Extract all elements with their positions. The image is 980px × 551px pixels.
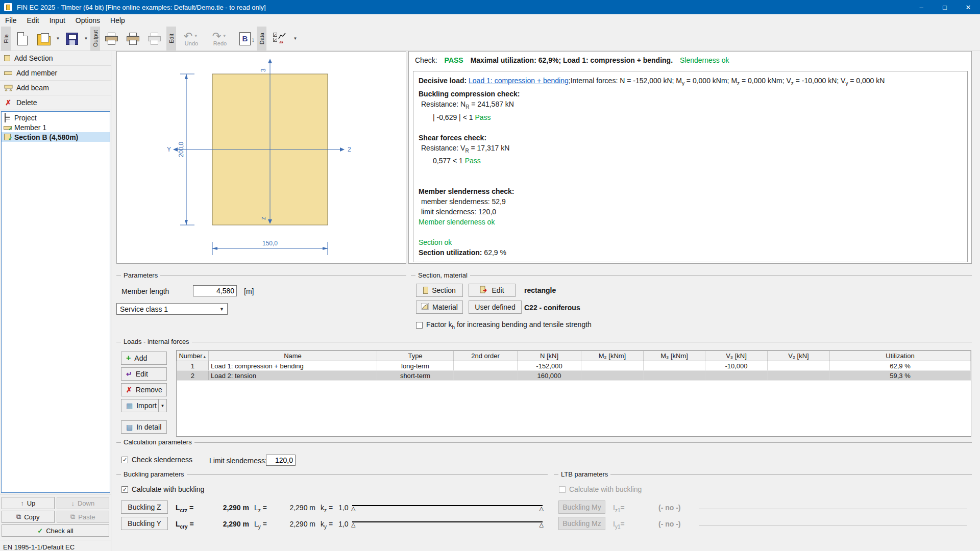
- menu-file[interactable]: File: [0, 14, 22, 27]
- menu-options[interactable]: Options: [70, 14, 105, 27]
- print-button[interactable]: [102, 28, 122, 49]
- check-all-button[interactable]: ✓Check all: [2, 524, 109, 537]
- loads-table-header-row: Number▲ Name Type 2nd order N [kN] M₂ [k…: [177, 351, 971, 361]
- col-header-name[interactable]: Name: [209, 351, 377, 361]
- section-shape-icon: [423, 287, 428, 294]
- toolbar-tab-output[interactable]: Output: [90, 27, 100, 51]
- load-row-2[interactable]: 2 Load 2: tension short-term 160,000 59,…: [177, 371, 971, 381]
- minimize-icon[interactable]: –: [910, 0, 933, 14]
- member-length-input[interactable]: [193, 285, 237, 296]
- import-loads-button[interactable]: ▦ Import: [121, 399, 159, 412]
- ltb-my-line: [699, 509, 967, 509]
- check-slenderness-row: ✓ Check slenderness: [121, 456, 192, 464]
- check-icon: ✓: [37, 527, 43, 535]
- print-document-button[interactable]: [123, 28, 143, 49]
- section-button[interactable]: Section: [416, 284, 463, 297]
- col-header-m2[interactable]: M₂ [kNm]: [581, 351, 644, 361]
- import-dropdown-caret-icon[interactable]: ▼: [158, 399, 167, 412]
- in-detail-button[interactable]: ▤ In detail: [121, 420, 167, 434]
- axis-left-label: Y: [167, 146, 171, 153]
- col-header-v2[interactable]: V₂ [kN]: [768, 351, 830, 361]
- save-button[interactable]: [62, 28, 82, 49]
- limit-slenderness-input[interactable]: [266, 455, 296, 466]
- member-length-unit: [m]: [244, 287, 254, 295]
- add-beam-button[interactable]: Add beam: [0, 81, 111, 95]
- loads-table-frame: Number▲ Name Type 2nd order N [kN] M₂ [k…: [176, 350, 971, 437]
- section-drawing-panel: 3 z Y 2 200,0 150,0: [116, 51, 406, 264]
- new-file-button[interactable]: [12, 28, 33, 49]
- axis-bottom-label: z: [260, 217, 267, 220]
- member-length-label: Member length: [121, 287, 169, 295]
- maximize-icon[interactable]: □: [933, 0, 957, 14]
- decisive-load-line: Decisive load: Load 1: compression + ben…: [419, 76, 962, 89]
- edit-section-button[interactable]: Edit: [469, 284, 516, 297]
- tree-item-member[interactable]: ✓ Member 1: [2, 122, 110, 132]
- col-header-n[interactable]: N [kN]: [518, 351, 581, 361]
- limit-slenderness-label: Limit slenderness:: [209, 457, 267, 465]
- service-class-select[interactable]: Service class 1 ▼: [116, 303, 228, 315]
- load-row-1[interactable]: 1 Load 1: compression + bending long-ter…: [177, 361, 971, 371]
- col-header-2nd-order[interactable]: 2nd order: [454, 351, 518, 361]
- sort-asc-icon: ▲: [203, 355, 207, 359]
- ltb-parameters-group: LTB parameters Calculate with buckling B…: [554, 474, 972, 540]
- copy-button[interactable]: ⧉Copy: [2, 511, 55, 523]
- check-summary-line: Check: PASS Maximal utilization: 62,9%; …: [409, 52, 971, 64]
- lz-value: 2,290 m: [277, 504, 315, 512]
- factor-kh-label: Factor kh for increasing bending and ten…: [426, 320, 592, 330]
- tree-item-project[interactable]: Project: [2, 113, 110, 122]
- loads-group-label: Loads - internal forces: [121, 338, 192, 345]
- save-dropdown-caret-icon[interactable]: ▼: [83, 27, 89, 51]
- down-arrow-icon: ↓: [71, 499, 75, 507]
- ltb-calculate-label: Calculate with buckling: [569, 485, 642, 493]
- toolbar-tab-file[interactable]: File: [1, 27, 11, 51]
- menu-help[interactable]: Help: [105, 14, 130, 27]
- factor-kh-checkbox[interactable]: [416, 322, 423, 329]
- close-icon[interactable]: ✕: [957, 0, 980, 14]
- redo-button: ↷▼ Redo: [206, 27, 234, 51]
- project-tree: Project ✓ Member 1 ✓ Section B (4,580m): [1, 111, 110, 493]
- buckling-mz-button: Buckling Mz: [558, 517, 605, 530]
- user-defined-button[interactable]: User defined: [469, 300, 522, 314]
- menu-edit[interactable]: Edit: [22, 14, 44, 27]
- checklist-chart-icon: ✓✓: [273, 32, 286, 45]
- paste-icon: ⧉: [70, 513, 75, 521]
- data-options-button[interactable]: ✓✓: [268, 28, 291, 49]
- member-slenderness-value: member slenderness: 52,9: [419, 196, 962, 207]
- decisive-load-link[interactable]: Load 1: compression + bending: [469, 77, 569, 85]
- buckling-verdict: | -0,629 | < 1 Pass: [419, 112, 962, 122]
- col-header-number[interactable]: Number▲: [177, 351, 209, 361]
- shear-resistance: Resistance: VR = 17,317 kN: [419, 143, 962, 156]
- col-header-v3[interactable]: V₃ [kN]: [705, 351, 768, 361]
- col-header-utilization[interactable]: Utilization: [830, 351, 971, 361]
- data-dropdown-caret-icon[interactable]: ▼: [292, 27, 299, 51]
- ly-label: Ly =: [254, 520, 267, 530]
- lcrz-value: 2,290 m: [211, 504, 249, 512]
- standard-status: EN 1995-1-1/Default EC: [0, 540, 111, 551]
- edit-load-button[interactable]: ↵ Edit: [121, 367, 167, 381]
- buckling-y-button[interactable]: Buckling Y: [121, 517, 168, 530]
- delete-button[interactable]: ✗ Delete: [0, 95, 111, 110]
- col-header-m3[interactable]: M₃ [kNm]: [644, 351, 705, 361]
- up-button[interactable]: ↑Up: [2, 497, 55, 509]
- toolbar-tab-edit[interactable]: Edit: [166, 27, 176, 51]
- buckling-z-button[interactable]: Buckling Z: [121, 500, 168, 514]
- material-button[interactable]: Material: [416, 300, 463, 314]
- detail-note-icon: ▤: [126, 423, 133, 431]
- project-document-icon: [4, 114, 12, 122]
- menu-input[interactable]: Input: [44, 14, 70, 27]
- toolbar-tab-data[interactable]: Data: [257, 27, 266, 51]
- check-slenderness-checkbox[interactable]: ✓: [121, 457, 128, 463]
- lz-label: Lz =: [254, 504, 267, 513]
- add-member-button[interactable]: Add member: [0, 66, 111, 81]
- generate-document-button[interactable]: B: [235, 28, 255, 49]
- add-load-button[interactable]: + Add: [121, 352, 167, 365]
- calculate-buckling-checkbox[interactable]: ✓: [121, 486, 128, 493]
- add-section-button[interactable]: Add Section: [0, 51, 111, 66]
- open-file-button[interactable]: [34, 28, 54, 49]
- col-header-type[interactable]: Type: [377, 351, 454, 361]
- check-detail-box: Decisive load: Load 1: compression + ben…: [413, 71, 968, 262]
- open-dropdown-caret-icon[interactable]: ▼: [55, 27, 61, 51]
- remove-load-button[interactable]: ✗ Remove: [121, 383, 167, 396]
- chevron-down-icon: ▼: [219, 307, 224, 312]
- tree-item-section[interactable]: ✓ Section B (4,580m): [2, 132, 110, 142]
